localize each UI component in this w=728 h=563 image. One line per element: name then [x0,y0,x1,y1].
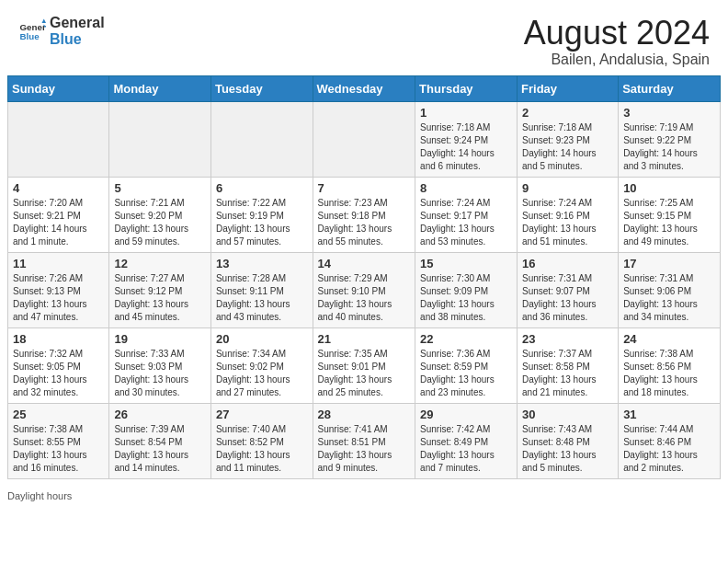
svg-text:General: General [20,21,47,31]
calendar-cell: 10Sunrise: 7:25 AM Sunset: 9:15 PM Dayli… [619,177,721,252]
calendar-cell: 13Sunrise: 7:28 AM Sunset: 9:11 PM Dayli… [210,252,313,327]
calendar-cell: 15Sunrise: 7:30 AM Sunset: 9:09 PM Dayli… [415,252,518,327]
calendar-cell: 6Sunrise: 7:22 AM Sunset: 9:19 PM Daylig… [210,177,313,252]
page-header: General Blue General Blue August 2024 Ba… [0,0,728,75]
day-number: 11 [13,257,104,270]
calendar-cell: 20Sunrise: 7:34 AM Sunset: 9:02 PM Dayli… [210,327,313,403]
day-info: Sunrise: 7:31 AM Sunset: 9:07 PM Dayligh… [522,272,613,324]
day-info: Sunrise: 7:36 AM Sunset: 8:59 PM Dayligh… [420,348,512,399]
day-number: 2 [522,106,613,120]
day-info: Sunrise: 7:28 AM Sunset: 9:11 PM Dayligh… [216,272,308,324]
day-info: Sunrise: 7:31 AM Sunset: 9:06 PM Dayligh… [623,272,715,324]
day-header-monday: Monday [109,75,211,101]
day-info: Sunrise: 7:29 AM Sunset: 9:10 PM Dayligh… [318,272,411,324]
day-header-wednesday: Wednesday [313,75,415,101]
calendar-week-4: 18Sunrise: 7:32 AM Sunset: 9:05 PM Dayli… [8,327,721,403]
svg-marker-2 [42,18,47,23]
day-number: 13 [216,257,308,270]
day-number: 28 [318,408,411,421]
day-number: 30 [522,408,613,421]
calendar-cell [210,101,313,177]
calendar-cell: 7Sunrise: 7:23 AM Sunset: 9:18 PM Daylig… [313,177,415,252]
calendar-table: SundayMondayTuesdayWednesdayThursdayFrid… [7,75,721,479]
day-number: 4 [13,181,104,195]
day-number: 6 [216,181,308,195]
day-info: Sunrise: 7:32 AM Sunset: 9:05 PM Dayligh… [13,348,104,399]
calendar-cell: 1Sunrise: 7:18 AM Sunset: 9:24 PM Daylig… [415,101,518,177]
day-info: Sunrise: 7:21 AM Sunset: 9:20 PM Dayligh… [114,197,206,248]
calendar-cell: 11Sunrise: 7:26 AM Sunset: 9:13 PM Dayli… [8,252,109,327]
day-number: 12 [114,257,206,270]
calendar-cell: 29Sunrise: 7:42 AM Sunset: 8:49 PM Dayli… [415,403,518,478]
calendar-week-2: 4Sunrise: 7:20 AM Sunset: 9:21 PM Daylig… [8,177,721,252]
day-header-sunday: Sunday [8,75,109,101]
day-header-thursday: Thursday [415,75,518,101]
day-number: 21 [318,332,411,346]
day-number: 10 [623,181,715,195]
day-info: Sunrise: 7:19 AM Sunset: 9:22 PM Dayligh… [623,121,715,173]
calendar-header: SundayMondayTuesdayWednesdayThursdayFrid… [8,75,721,101]
day-number: 9 [522,181,613,195]
calendar-cell: 30Sunrise: 7:43 AM Sunset: 8:48 PM Dayli… [518,403,619,478]
title-block: August 2024 Bailen, Andalusia, Spain [524,15,710,68]
calendar-cell: 9Sunrise: 7:24 AM Sunset: 9:16 PM Daylig… [518,177,619,252]
day-info: Sunrise: 7:20 AM Sunset: 9:21 PM Dayligh… [13,197,104,248]
calendar-cell: 25Sunrise: 7:38 AM Sunset: 8:55 PM Dayli… [8,403,109,478]
day-number: 18 [13,332,104,346]
calendar-wrapper: SundayMondayTuesdayWednesdayThursdayFrid… [0,75,728,487]
calendar-cell: 24Sunrise: 7:38 AM Sunset: 8:56 PM Dayli… [619,327,721,403]
calendar-cell: 12Sunrise: 7:27 AM Sunset: 9:12 PM Dayli… [109,252,211,327]
calendar-week-3: 11Sunrise: 7:26 AM Sunset: 9:13 PM Dayli… [8,252,721,327]
day-number: 17 [623,257,715,270]
day-number: 7 [318,181,411,195]
day-number: 24 [623,332,715,346]
day-info: Sunrise: 7:38 AM Sunset: 8:56 PM Dayligh… [623,348,715,399]
day-number: 8 [420,181,512,195]
day-info: Sunrise: 7:18 AM Sunset: 9:23 PM Dayligh… [522,121,613,173]
day-number: 26 [114,408,206,421]
day-number: 29 [420,408,512,421]
day-number: 27 [216,408,308,421]
day-info: Sunrise: 7:27 AM Sunset: 9:12 PM Dayligh… [114,272,206,324]
calendar-cell [8,101,109,177]
day-header-saturday: Saturday [619,75,721,101]
day-info: Sunrise: 7:24 AM Sunset: 9:17 PM Dayligh… [420,197,512,248]
day-info: Sunrise: 7:35 AM Sunset: 9:01 PM Dayligh… [318,348,411,399]
day-number: 23 [522,332,613,346]
day-number: 14 [318,257,411,270]
calendar-cell [109,101,211,177]
calendar-cell: 4Sunrise: 7:20 AM Sunset: 9:21 PM Daylig… [8,177,109,252]
day-info: Sunrise: 7:43 AM Sunset: 8:48 PM Dayligh… [522,423,613,475]
day-info: Sunrise: 7:34 AM Sunset: 9:02 PM Dayligh… [216,348,308,399]
day-info: Sunrise: 7:25 AM Sunset: 9:15 PM Dayligh… [623,197,715,248]
day-number: 19 [114,332,206,346]
day-info: Sunrise: 7:42 AM Sunset: 8:49 PM Dayligh… [420,423,512,475]
calendar-cell: 27Sunrise: 7:40 AM Sunset: 8:52 PM Dayli… [210,403,313,478]
calendar-cell: 14Sunrise: 7:29 AM Sunset: 9:10 PM Dayli… [313,252,415,327]
day-number: 16 [522,257,613,270]
day-header-tuesday: Tuesday [210,75,313,101]
day-number: 22 [420,332,512,346]
page-title: August 2024 [524,15,710,52]
calendar-cell: 18Sunrise: 7:32 AM Sunset: 9:05 PM Dayli… [8,327,109,403]
logo: General Blue General Blue [18,15,105,47]
logo-blue: Blue [50,31,105,48]
calendar-cell: 26Sunrise: 7:39 AM Sunset: 8:54 PM Dayli… [109,403,211,478]
logo-icon: General Blue [18,17,46,45]
footer-text: Daylight hours [7,490,72,501]
day-number: 25 [13,408,104,421]
svg-text:Blue: Blue [20,31,40,41]
calendar-cell: 22Sunrise: 7:36 AM Sunset: 8:59 PM Dayli… [415,327,518,403]
calendar-cell: 31Sunrise: 7:44 AM Sunset: 8:46 PM Dayli… [619,403,721,478]
logo-general: General [50,15,105,31]
calendar-cell: 19Sunrise: 7:33 AM Sunset: 9:03 PM Dayli… [109,327,211,403]
day-number: 5 [114,181,206,195]
calendar-cell: 5Sunrise: 7:21 AM Sunset: 9:20 PM Daylig… [109,177,211,252]
day-number: 20 [216,332,308,346]
day-info: Sunrise: 7:18 AM Sunset: 9:24 PM Dayligh… [420,121,512,173]
footer: Daylight hours [0,487,728,505]
calendar-cell: 21Sunrise: 7:35 AM Sunset: 9:01 PM Dayli… [313,327,415,403]
day-info: Sunrise: 7:44 AM Sunset: 8:46 PM Dayligh… [623,423,715,475]
day-number: 31 [623,408,715,421]
day-number: 1 [420,106,512,120]
